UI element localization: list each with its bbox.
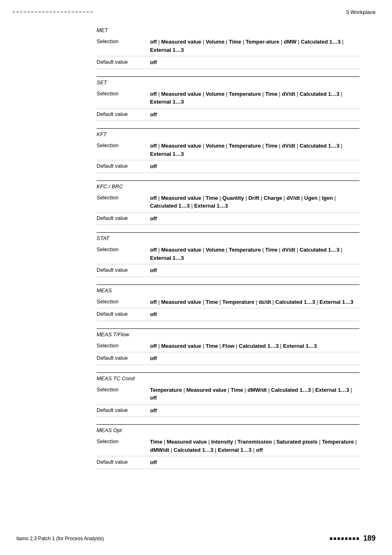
param-row: Default valueoff xyxy=(97,160,360,173)
section-meas: MEASSelectionoff | Measured value | Time… xyxy=(97,284,360,321)
param-row: Selectionoff | Measured value | Time | T… xyxy=(97,296,360,309)
param-value: off xyxy=(150,407,360,415)
param-label: Selection xyxy=(97,438,150,444)
section-title-meas: MEAS xyxy=(97,284,360,294)
param-row: Default valueoff xyxy=(97,405,360,417)
section-title-meas-tc-cond: MEAS TC Cond xyxy=(97,372,360,382)
param-row: Default valueoff xyxy=(97,56,360,69)
param-value: off | Measured value | Time | Temperatur… xyxy=(150,298,360,306)
param-label: Selection xyxy=(97,246,150,252)
param-value: off | Measured value | Time | Quantity |… xyxy=(150,194,360,210)
footer-decoration: ■■■■■■■■ xyxy=(330,536,360,541)
param-value: off xyxy=(150,58,360,67)
footer-right: ■■■■■■■■ 189 xyxy=(330,534,376,543)
param-value: off xyxy=(150,458,360,467)
section-meas-opt: MEAS OptSelectionTime | Measured value |… xyxy=(97,424,360,469)
section-title-set: SET xyxy=(97,76,360,86)
param-label: Selection xyxy=(97,342,150,349)
section-meas-tc-cond: MEAS TC CondSelectionTemperature | Measu… xyxy=(97,372,360,417)
section-title-stat: STAT xyxy=(97,232,360,242)
section-title-kft: KFT xyxy=(97,128,360,138)
param-value: off xyxy=(150,111,360,119)
main-content: METSelectionoff | Measured value | Volum… xyxy=(80,25,376,469)
param-value: off | Measured value | Volume | Temperat… xyxy=(150,90,360,106)
header-section-label: 3 Workplace xyxy=(346,9,376,15)
section-title-kfc-brc: KFC / BRC xyxy=(97,180,360,190)
param-label: Default value xyxy=(97,111,150,117)
param-label: Default value xyxy=(97,162,150,169)
section-met: METSelectionoff | Measured value | Volum… xyxy=(97,25,360,69)
param-row: Default valueoff xyxy=(97,456,360,469)
param-label: Default value xyxy=(97,310,150,317)
section-meas-tflow: MEAS T/FlowSelectionoff | Measured value… xyxy=(97,328,360,365)
param-row: Selectionoff | Measured value | Volume |… xyxy=(97,88,360,109)
param-label: Selection xyxy=(97,142,150,148)
param-row: SelectionTemperature | Measured value | … xyxy=(97,384,360,405)
section-stat: STATSelectionoff | Measured value | Volu… xyxy=(97,232,360,277)
param-value: off xyxy=(150,162,360,171)
param-label: Default value xyxy=(97,458,150,465)
param-value: off xyxy=(150,215,360,223)
param-value: off | Measured value | Volume | Temperat… xyxy=(150,246,360,262)
param-label: Default value xyxy=(97,266,150,273)
param-row: Default valueoff xyxy=(97,308,360,321)
footer-left-text: tiamo 2.3 Patch 1 (for Process Analysis) xyxy=(16,536,104,541)
section-kfc-brc: KFC / BRCSelectionoff | Measured value |… xyxy=(97,180,360,225)
param-label: Selection xyxy=(97,386,150,393)
param-label: Default value xyxy=(97,215,150,221)
param-label: Selection xyxy=(97,38,150,44)
param-row: Default valueoff xyxy=(97,109,360,121)
param-value: off | Measured value | Volume | Temperat… xyxy=(150,142,360,158)
param-label: Selection xyxy=(97,90,150,97)
param-row: Default valueoff xyxy=(97,352,360,365)
param-label: Default value xyxy=(97,354,150,361)
param-value: off | Measured value | Volume | Time | T… xyxy=(150,38,360,54)
param-row: Default valueoff xyxy=(97,264,360,277)
param-value: Temperature | Measured value | Time | dM… xyxy=(150,386,360,402)
param-row: Selectionoff | Measured value | Time | F… xyxy=(97,340,360,353)
section-title-met: MET xyxy=(97,25,360,34)
section-title-meas-tflow: MEAS T/Flow xyxy=(97,328,360,338)
param-row: Selectionoff | Measured value | Volume |… xyxy=(97,140,360,160)
param-value: off xyxy=(150,310,360,319)
param-label: Selection xyxy=(97,298,150,305)
section-kft: KFTSelectionoff | Measured value | Volum… xyxy=(97,128,360,173)
param-value: Time | Measured value | Intensity | Tran… xyxy=(150,438,360,454)
param-row: SelectionTime | Measured value | Intensi… xyxy=(97,436,360,456)
param-row: Selectionoff | Measured value | Volume |… xyxy=(97,244,360,264)
footer: tiamo 2.3 Patch 1 (for Process Analysis)… xyxy=(0,534,392,543)
param-value: off xyxy=(150,354,360,363)
footer-page-number: 189 xyxy=(363,534,376,543)
param-row: Selectionoff | Measured value | Volume |… xyxy=(97,36,360,56)
section-title-meas-opt: MEAS Opt xyxy=(97,424,360,434)
param-row: Selectionoff | Measured value | Time | Q… xyxy=(97,192,360,213)
param-label: Default value xyxy=(97,58,150,65)
section-set: SETSelectionoff | Measured value | Volum… xyxy=(97,76,360,121)
param-value: off xyxy=(150,266,360,275)
param-label: Default value xyxy=(97,407,150,413)
header-decoration: ====================== xyxy=(12,9,94,15)
param-value: off | Measured value | Time | Flow | Cal… xyxy=(150,342,360,350)
param-label: Selection xyxy=(97,194,150,201)
param-row: Default valueoff xyxy=(97,213,360,225)
